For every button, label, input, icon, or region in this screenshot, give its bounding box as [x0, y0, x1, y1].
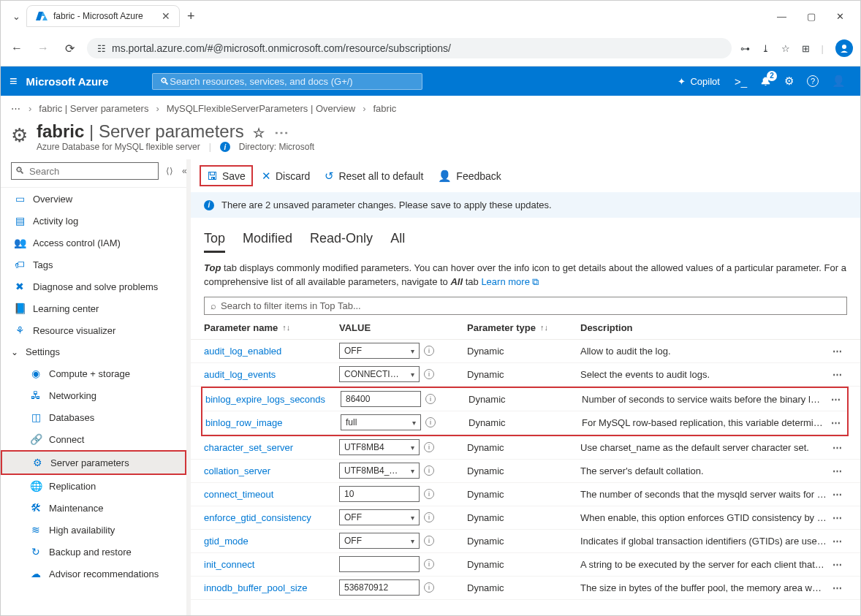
sort-icon[interactable]: ↑↓ [540, 323, 548, 332]
sidebar-item[interactable]: 🔗Connect [1, 428, 186, 450]
info-icon[interactable]: i [424, 442, 434, 452]
parameter-name-link[interactable]: innodb_buffer_pool_size [204, 582, 339, 593]
parameter-name-link[interactable]: connect_timeout [204, 489, 339, 500]
sidebar-item[interactable]: 🌐Replication [1, 475, 186, 497]
parameter-value-input[interactable]: CONNECTI…▾ [339, 366, 420, 382]
sort-icon[interactable]: ↑↓ [282, 323, 290, 332]
reload-icon[interactable]: ⟳ [61, 42, 78, 56]
discard-button[interactable]: ✕ Discard [256, 167, 316, 186]
sidebar-item[interactable]: 📘Learning center [1, 297, 186, 319]
sidebar-item[interactable]: 🛠Maintenance [1, 497, 186, 519]
parameter-value-input[interactable]: full▾ [341, 414, 421, 430]
info-icon[interactable]: i [424, 489, 434, 499]
sidebar-item[interactable]: ≋High availability [1, 519, 186, 541]
install-app-icon[interactable]: ⤓ [762, 43, 770, 54]
help-icon[interactable]: ? [807, 75, 819, 87]
sidebar-menu-icon[interactable]: ⟨⟩ [164, 166, 175, 176]
feedback-person-icon[interactable]: 👤 [832, 75, 846, 88]
parameter-name-link[interactable]: collation_server [204, 465, 339, 476]
parameter-value-input[interactable]: UTF8MB4_…▾ [339, 463, 420, 479]
notifications-icon[interactable]: 🔔︎ [760, 75, 771, 88]
row-more-icon[interactable]: ⋯ [832, 559, 847, 570]
forward-icon[interactable]: → [34, 42, 52, 55]
row-more-icon[interactable]: ⋯ [832, 369, 847, 380]
tab-top[interactable]: Top [204, 227, 225, 253]
info-icon[interactable]: i [425, 394, 436, 404]
row-more-icon[interactable]: ⋯ [832, 536, 847, 547]
sidebar-item[interactable]: ✖Diagnose and solve problems [1, 275, 186, 297]
title-more-icon[interactable]: ⋯ [274, 124, 289, 140]
maximize-icon[interactable]: ▢ [807, 11, 816, 22]
breadcrumb-item[interactable]: fabric | Server parameters [39, 103, 148, 114]
tab-all[interactable]: All [390, 227, 405, 253]
info-icon[interactable]: i [424, 582, 434, 593]
info-icon[interactable]: i [424, 369, 434, 379]
parameter-value-input[interactable]: UTF8MB4▾ [339, 439, 420, 455]
col-name-header[interactable]: Parameter name [204, 322, 278, 333]
url-bar[interactable]: ☷ ms.portal.azure.com/#@microsoft.onmicr… [87, 38, 732, 58]
parameter-name-link[interactable]: enforce_gtid_consistency [204, 512, 339, 523]
col-type-header[interactable]: Parameter type [467, 322, 536, 333]
tab-list-chevron-icon[interactable]: ⌄ [7, 8, 26, 25]
parameter-value-input[interactable]: 10 [339, 486, 420, 502]
azure-search-input[interactable] [170, 76, 414, 87]
azure-brand[interactable]: Microsoft Azure [26, 75, 109, 88]
row-more-icon[interactable]: ⋯ [831, 417, 846, 428]
parameter-name-link[interactable]: audit_log_events [204, 369, 339, 380]
sidebar-item-server-parameters[interactable]: ⚙Server parameters [1, 450, 186, 475]
parameter-name-link[interactable]: audit_log_enabled [204, 346, 339, 357]
sidebar-item[interactable]: ▤Activity log [1, 210, 186, 232]
close-window-icon[interactable]: ✕ [836, 11, 844, 22]
learn-more-link[interactable]: Learn more ⧉ [481, 276, 539, 287]
feedback-button[interactable]: 👤 Feedback [432, 167, 507, 186]
sidebar-item[interactable]: 🖧Networking [1, 384, 186, 406]
menu-hamburger-icon[interactable]: ≡ [10, 74, 18, 89]
parameter-name-link[interactable]: binlog_row_image [205, 417, 341, 428]
col-value-header[interactable]: VALUE [339, 322, 467, 333]
row-more-icon[interactable]: ⋯ [832, 346, 847, 357]
info-icon[interactable]: i [424, 536, 434, 546]
row-more-icon[interactable]: ⋯ [831, 394, 846, 405]
row-more-icon[interactable]: ⋯ [832, 465, 847, 476]
parameter-value-input[interactable] [339, 556, 420, 572]
sidebar-item[interactable]: ▭Overview [1, 188, 186, 210]
copilot-button[interactable]: ✦ Copilot [678, 76, 719, 87]
info-icon[interactable]: i [424, 465, 434, 476]
reset-button[interactable]: ↺ Reset all to default [319, 167, 429, 186]
profile-avatar[interactable] [835, 39, 853, 57]
parameter-value-input[interactable]: 86400 [341, 391, 421, 407]
sidebar-section-settings[interactable]: ⌄ Settings [1, 341, 186, 362]
parameter-name-link[interactable]: init_connect [204, 559, 339, 570]
sidebar-search-input[interactable] [11, 162, 159, 180]
parameter-name-link[interactable]: character_set_server [204, 442, 339, 453]
sidebar-item[interactable]: ◫Databases [1, 406, 186, 428]
parameter-name-link[interactable]: binlog_expire_logs_seconds [205, 394, 341, 405]
parameter-name-link[interactable]: gtid_mode [204, 536, 339, 547]
bookmark-star-icon[interactable]: ☆ [781, 43, 790, 54]
tab-readonly[interactable]: Read-Only [310, 227, 373, 253]
parameter-value-input[interactable]: OFF▾ [339, 343, 420, 359]
extensions-icon[interactable]: ⊞ [802, 43, 810, 54]
sidebar-item[interactable]: ⚘Resource visualizer [1, 319, 186, 341]
sidebar-collapse-icon[interactable]: « [181, 166, 189, 176]
breadcrumb-item[interactable]: MySQLFlexibleServerParameters | Overview [167, 103, 355, 114]
cloud-shell-icon[interactable]: >_ [735, 75, 747, 88]
parameter-value-input[interactable]: OFF▾ [339, 509, 420, 525]
sidebar-item[interactable]: ↻Backup and restore [1, 541, 186, 563]
back-icon[interactable]: ← [8, 42, 26, 55]
password-key-icon[interactable]: ⊶ [740, 43, 750, 54]
info-icon[interactable]: i [424, 346, 434, 356]
row-more-icon[interactable]: ⋯ [832, 489, 847, 500]
azure-search[interactable]: 🔍︎ [152, 73, 422, 90]
tab-modified[interactable]: Modified [243, 227, 292, 253]
tab-close-icon[interactable]: ✕ [162, 10, 170, 22]
breadcrumb-overflow-icon[interactable]: ⋯ [11, 103, 21, 114]
filter-bar[interactable]: ⌕ Search to filter items in Top Tab... [204, 297, 847, 315]
info-icon[interactable]: i [425, 417, 436, 427]
site-info-icon[interactable]: ☷ [97, 43, 106, 54]
parameter-value-input[interactable]: 536870912 [339, 579, 420, 596]
new-tab-button[interactable]: + [180, 6, 202, 27]
col-desc-header[interactable]: Description [580, 322, 832, 333]
parameter-value-input[interactable]: OFF▾ [339, 533, 420, 549]
sidebar-item[interactable]: 🏷Tags [1, 254, 186, 275]
